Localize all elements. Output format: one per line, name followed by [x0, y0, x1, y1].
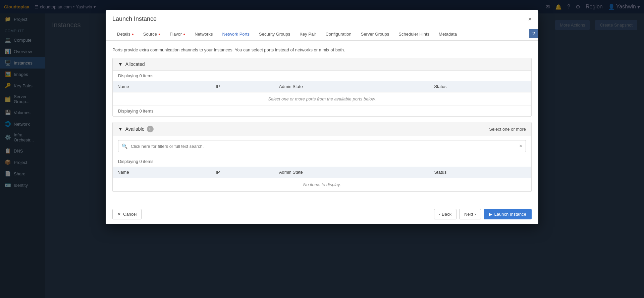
allocated-col-admin-state: Admin State [274, 81, 429, 92]
available-search-input[interactable] [131, 141, 516, 152]
available-empty-row: No items to display. [113, 178, 531, 191]
available-displaying: Displaying 0 items [113, 156, 531, 167]
modal-help-button[interactable]: ? [529, 29, 538, 38]
allocated-section-body: Displaying 0 items Name IP Admin State S… [113, 71, 531, 116]
modal-body: Ports provide extra communication channe… [106, 41, 538, 204]
available-empty-message: No items to display. [113, 178, 531, 191]
tab-security-groups[interactable]: Security Groups [254, 28, 295, 41]
launch-instance-button[interactable]: ▶ Launch Instance [484, 209, 532, 219]
next-button[interactable]: Next › [459, 209, 481, 219]
available-col-ip: IP [211, 167, 274, 178]
available-col-admin-state: Admin State [274, 167, 430, 178]
available-col-status: Status [429, 167, 531, 178]
modal-footer: ✕ Cancel ‹ Back Next › ▶ Launch Instance [106, 204, 538, 224]
tab-configuration[interactable]: Configuration [321, 28, 356, 41]
available-section-body: 🔍 × Displaying 0 items Name IP Admin Sta… [113, 140, 531, 191]
available-select-label: Select one or more [489, 127, 526, 132]
modal-tabs: Details ● Source ● Flavor ● Networks Net… [106, 28, 538, 41]
launch-label: Launch Instance [494, 212, 526, 217]
cancel-button[interactable]: ✕ Cancel [112, 209, 142, 219]
launch-instance-modal: Launch Instance × ? Details ● Source ● F… [106, 10, 538, 224]
allocated-table: Name IP Admin State Status Select one or… [113, 81, 531, 106]
available-section: ▼ Available 0 Select one or more 🔍 × Dis… [112, 122, 532, 192]
allocated-displaying-bottom: Displaying 0 items [113, 106, 531, 116]
back-button[interactable]: ‹ Back [434, 209, 457, 219]
allocated-section: ▼ Allocated Displaying 0 items Name IP A… [112, 58, 532, 117]
tab-details[interactable]: Details ● [112, 28, 139, 41]
allocated-table-header-row: Name IP Admin State Status [113, 81, 531, 92]
modal-description: Ports provide extra communication channe… [112, 47, 532, 52]
tab-server-groups[interactable]: Server Groups [356, 28, 394, 41]
back-label: ‹ Back [439, 212, 451, 217]
next-label: Next › [464, 212, 476, 217]
modal-title: Launch Instance [112, 15, 157, 23]
allocated-col-ip: IP [211, 81, 274, 92]
footer-right-buttons: ‹ Back Next › ▶ Launch Instance [434, 209, 532, 219]
cancel-label: Cancel [123, 212, 137, 217]
available-search-bar: 🔍 × [118, 140, 526, 152]
available-section-title: Available [125, 126, 145, 132]
tab-flavor[interactable]: Flavor ● [165, 28, 190, 41]
allocated-empty-message: Select one or more ports from the availa… [113, 92, 531, 106]
modal-header: Launch Instance × [106, 10, 538, 28]
available-chevron-icon: ▼ [118, 126, 123, 132]
allocated-displaying-top: Displaying 0 items [113, 71, 531, 81]
launch-icon: ▶ [489, 212, 492, 217]
search-icon: 🔍 [118, 141, 131, 152]
available-count-badge: 0 [147, 126, 154, 132]
available-table-header-row: Name IP Admin State Status [113, 167, 531, 178]
allocated-col-name: Name [113, 81, 211, 92]
cancel-icon: ✕ [117, 212, 121, 217]
tab-network-ports[interactable]: Network Ports [217, 28, 254, 41]
allocated-col-status: Status [429, 81, 531, 92]
available-table: Name IP Admin State Status No items to d… [113, 167, 531, 191]
modal-close-button[interactable]: × [528, 16, 532, 22]
allocated-section-header[interactable]: ▼ Allocated [113, 58, 531, 71]
allocated-section-title: Allocated [125, 61, 145, 67]
available-col-name: Name [113, 167, 211, 178]
allocated-empty-row: Select one or more ports from the availa… [113, 92, 531, 106]
tab-source[interactable]: Source ● [139, 28, 165, 41]
modal-overlay: Launch Instance × ? Details ● Source ● F… [0, 0, 644, 298]
allocated-chevron-icon: ▼ [118, 61, 123, 67]
search-clear-button[interactable]: × [516, 140, 526, 152]
tab-metadata[interactable]: Metadata [434, 28, 462, 41]
tab-networks[interactable]: Networks [190, 28, 217, 41]
tab-key-pair[interactable]: Key Pair [295, 28, 321, 41]
available-section-header[interactable]: ▼ Available 0 Select one or more [113, 122, 531, 136]
tab-scheduler-hints[interactable]: Scheduler Hints [394, 28, 434, 41]
